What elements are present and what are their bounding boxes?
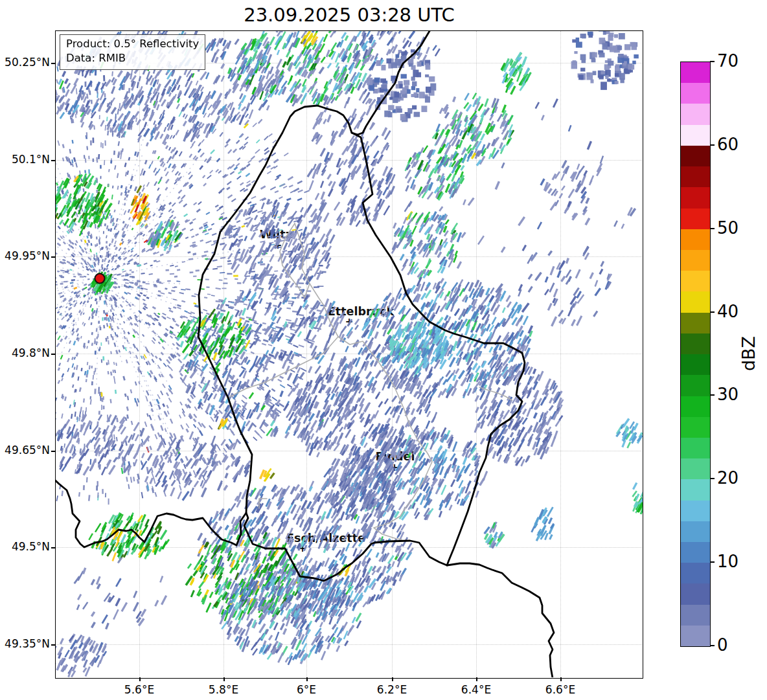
- colorbar-tick-label: 40: [717, 301, 738, 321]
- product-info-line1: Product: 0.5° Reflectivity: [66, 37, 199, 51]
- colorbar-tick-label: 10: [717, 552, 738, 571]
- colorbar-tick-mark: [710, 228, 715, 229]
- lon-tick-mark: [223, 677, 225, 681]
- colorbar-band: [681, 479, 710, 500]
- colorbar-band: [681, 146, 710, 166]
- colorbar-tick-label: 60: [717, 135, 738, 154]
- lon-tick-mark: [560, 677, 562, 681]
- radar-map-page: 23.09.2025 03:28 UTC Wiltz+Ettelbruck+Fi…: [0, 0, 767, 700]
- colorbar-band: [681, 104, 710, 124]
- lon-tick-mark: [139, 677, 141, 681]
- lat-tick-label: 49.8°N: [0, 346, 50, 359]
- colorbar: [680, 62, 711, 647]
- colorbar-band: [681, 62, 710, 83]
- colorbar-tick-label: 50: [717, 218, 738, 238]
- colorbar-tick-label: 30: [717, 385, 738, 404]
- lat-tick-mark: [51, 256, 55, 258]
- lat-tick-mark: [51, 451, 55, 452]
- lon-tick-mark: [392, 677, 393, 681]
- lat-tick-label: 49.35°N: [0, 637, 50, 650]
- colorbar-band: [681, 291, 710, 312]
- lat-tick-mark: [51, 354, 55, 355]
- lon-tick-label: 6.2°E: [363, 683, 421, 696]
- colorbar-band: [681, 583, 710, 604]
- colorbar-band: [681, 209, 710, 229]
- colorbar-tick-mark: [710, 61, 715, 62]
- lon-tick-label: 6.4°E: [447, 683, 505, 696]
- colorbar-band: [681, 229, 710, 250]
- lat-tick-label: 50.1°N: [0, 153, 50, 166]
- lat-tick-mark: [51, 644, 55, 646]
- colorbar-tick-label: 70: [717, 51, 738, 71]
- product-info-line2: Data: RMIB: [66, 51, 199, 65]
- colorbar-tick-mark: [710, 394, 715, 396]
- colorbar-band: [681, 354, 710, 375]
- lat-tick-mark: [51, 63, 55, 64]
- lat-tick-label: 50.25°N: [0, 56, 50, 69]
- colorbar-band: [681, 438, 710, 458]
- colorbar-band: [681, 313, 710, 333]
- colorbar-band: [681, 166, 710, 187]
- lon-tick-mark: [306, 677, 308, 681]
- lon-tick-mark: [476, 677, 477, 681]
- lat-tick-mark: [51, 547, 55, 548]
- lat-tick-mark: [51, 160, 55, 161]
- colorbar-band: [681, 626, 710, 646]
- lat-tick-label: 49.95°N: [0, 249, 50, 262]
- colorbar-band: [681, 375, 710, 396]
- colorbar-tick-mark: [710, 144, 715, 146]
- lon-tick-label: 5.8°E: [194, 683, 253, 696]
- colorbar-band: [681, 333, 710, 354]
- colorbar-tick-label: 0: [717, 635, 728, 655]
- colorbar-band: [681, 125, 710, 146]
- colorbar-tick-label: 20: [717, 468, 738, 488]
- colorbar-tick-mark: [710, 478, 715, 479]
- lon-tick-label: 6°E: [277, 683, 336, 696]
- colorbar-band: [681, 396, 710, 417]
- page-title: 23.09.2025 03:28 UTC: [55, 4, 643, 26]
- colorbar-band: [681, 563, 710, 583]
- colorbar-tick-mark: [710, 311, 715, 313]
- colorbar-band: [681, 458, 710, 479]
- colorbar-band: [681, 83, 710, 104]
- radar-echo-canvas: [56, 31, 643, 677]
- colorbar-band: [681, 250, 710, 271]
- colorbar-band: [681, 521, 710, 542]
- colorbar-tick-mark: [710, 645, 715, 646]
- colorbar-band: [681, 501, 710, 521]
- colorbar-tick-mark: [710, 561, 715, 563]
- colorbar-band: [681, 542, 710, 563]
- colorbar-band: [681, 417, 710, 438]
- lon-tick-label: 5.6°E: [110, 683, 168, 696]
- product-info-box: Product: 0.5° Reflectivity Data: RMIB: [60, 34, 205, 70]
- colorbar-unit-label: dBZ: [738, 336, 759, 371]
- colorbar-band: [681, 605, 710, 626]
- lat-tick-label: 49.5°N: [0, 540, 50, 553]
- colorbar-band: [681, 271, 710, 291]
- radar-site-marker: [95, 273, 106, 284]
- lat-tick-label: 49.65°N: [0, 444, 50, 457]
- colorbar-band: [681, 187, 710, 208]
- lon-tick-label: 6.6°E: [531, 683, 590, 696]
